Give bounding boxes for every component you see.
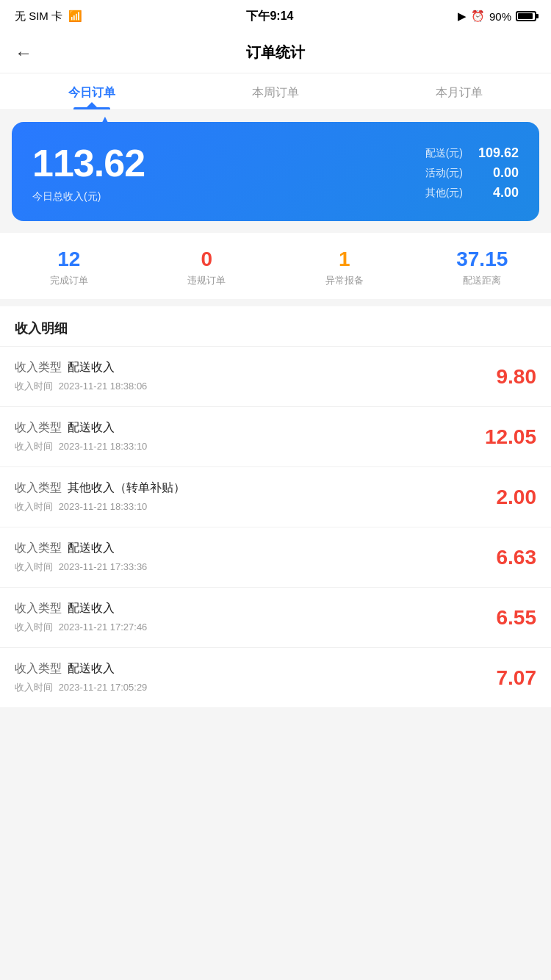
income-type-label-5: 收入类型 [15, 662, 62, 674]
income-item-0: 收入类型 配送收入 收入时间 2023-11-21 18:38:06 9.80 [0, 347, 551, 407]
status-left: 无 SIM 卡 📶 [15, 10, 82, 24]
total-amount: 113.62 [32, 143, 145, 184]
location-icon: ▶ [458, 10, 467, 23]
nav-bar: ← 订单统计 [0, 32, 551, 73]
breakdown-section: 配送(元) 109.62 活动(元) 0.00 其他(元) 4.00 [425, 145, 519, 201]
stat-abnormal-value: 1 [276, 248, 414, 271]
tab-today[interactable]: 今日订单 [0, 73, 184, 109]
income-amount-2: 2.00 [497, 486, 537, 509]
income-time-label-2: 收入时间 [15, 501, 53, 512]
stat-abnormal: 1 异常报备 [276, 248, 414, 287]
activity-label: 活动(元) [425, 167, 463, 180]
income-type-label-2: 收入类型 [15, 481, 62, 494]
status-bar: 无 SIM 卡 📶 下午9:14 ▶ ⏰ 90% [0, 0, 551, 32]
back-button[interactable]: ← [15, 43, 32, 63]
stat-distance-label: 配送距离 [414, 274, 552, 287]
income-time-value-2: 2023-11-21 18:33:10 [59, 501, 148, 512]
income-time-label-4: 收入时间 [15, 621, 53, 633]
tabs-container: 今日订单 本周订单 本月订单 [0, 73, 551, 110]
stat-violation: 0 违规订单 [138, 248, 276, 287]
income-amount-1: 12.05 [485, 425, 536, 449]
income-type-value-5: 配送收入 [68, 662, 115, 674]
income-amount-4: 6.55 [497, 606, 537, 630]
income-amount-0: 9.80 [497, 365, 537, 389]
alarm-icon: ⏰ [471, 10, 485, 23]
income-type-value-3: 配送收入 [68, 541, 115, 554]
income-list: 收入类型 配送收入 收入时间 2023-11-21 18:38:06 9.80 … [0, 347, 551, 708]
summary-card: 113.62 今日总收入(元) 配送(元) 109.62 活动(元) 0.00 … [12, 122, 539, 221]
status-time: 下午9:14 [246, 9, 293, 24]
stat-completed: 12 完成订单 [0, 248, 138, 287]
income-item-1: 收入类型 配送收入 收入时间 2023-11-21 18:33:10 12.05 [0, 407, 551, 467]
income-time-value-3: 2023-11-21 17:33:36 [59, 561, 148, 572]
income-time-value-5: 2023-11-21 17:05:29 [59, 682, 148, 693]
income-type-value-4: 配送收入 [68, 602, 115, 614]
delivery-label: 配送(元) [425, 147, 463, 160]
income-time-label-1: 收入时间 [15, 441, 53, 452]
income-type-label-3: 收入类型 [15, 541, 62, 554]
total-label: 今日总收入(元) [32, 190, 145, 203]
stat-distance: 37.15 配送距离 [414, 248, 552, 287]
delivery-value: 109.62 [475, 145, 519, 161]
other-value: 4.00 [475, 185, 519, 201]
income-time-value-0: 2023-11-21 18:38:06 [59, 381, 148, 392]
stat-abnormal-label: 异常报备 [276, 274, 414, 287]
income-type-label-1: 收入类型 [15, 421, 62, 433]
tab-month[interactable]: 本月订单 [367, 73, 551, 109]
activity-value: 0.00 [475, 165, 519, 181]
income-amount-3: 6.63 [497, 546, 537, 569]
income-type-value-1: 配送收入 [68, 421, 115, 433]
income-item-4: 收入类型 配送收入 收入时间 2023-11-21 17:27:46 6.55 [0, 588, 551, 648]
other-label: 其他(元) [425, 187, 463, 200]
stat-distance-value: 37.15 [414, 248, 552, 271]
wifi-icon: 📶 [68, 10, 82, 23]
stat-violation-value: 0 [138, 248, 276, 271]
breakdown-row-delivery: 配送(元) 109.62 [425, 145, 519, 161]
carrier-label: 无 SIM 卡 [15, 10, 62, 24]
income-type-label-4: 收入类型 [15, 602, 62, 614]
income-item-5: 收入类型 配送收入 收入时间 2023-11-21 17:05:29 7.07 [0, 648, 551, 708]
income-time-label-0: 收入时间 [15, 381, 53, 392]
battery-percent: 90% [489, 10, 511, 23]
income-type-value-0: 配送收入 [68, 361, 115, 373]
breakdown-row-other: 其他(元) 4.00 [425, 185, 519, 201]
stat-violation-label: 违规订单 [138, 274, 276, 287]
total-section: 113.62 今日总收入(元) [32, 143, 145, 203]
income-section-title: 收入明细 [0, 306, 551, 347]
income-time-label-3: 收入时间 [15, 561, 53, 572]
income-amount-5: 7.07 [497, 666, 537, 690]
income-time-value-1: 2023-11-21 18:33:10 [59, 441, 148, 452]
stat-completed-value: 12 [0, 248, 138, 271]
status-right: ▶ ⏰ 90% [458, 10, 536, 23]
income-item-2: 收入类型 其他收入（转单补贴） 收入时间 2023-11-21 18:33:10… [0, 467, 551, 527]
income-time-label-5: 收入时间 [15, 682, 53, 693]
income-type-label-0: 收入类型 [15, 361, 62, 373]
stat-completed-label: 完成订单 [0, 274, 138, 287]
income-type-value-2: 其他收入（转单补贴） [68, 481, 185, 494]
tab-week[interactable]: 本周订单 [184, 73, 367, 109]
stats-row: 12 完成订单 0 违规订单 1 异常报备 37.15 配送距离 [0, 233, 551, 299]
breakdown-row-activity: 活动(元) 0.00 [425, 165, 519, 181]
income-time-value-4: 2023-11-21 17:27:46 [59, 621, 148, 633]
income-item-3: 收入类型 配送收入 收入时间 2023-11-21 17:33:36 6.63 [0, 527, 551, 588]
battery-icon [516, 11, 536, 21]
page-title: 订单统计 [246, 43, 305, 62]
